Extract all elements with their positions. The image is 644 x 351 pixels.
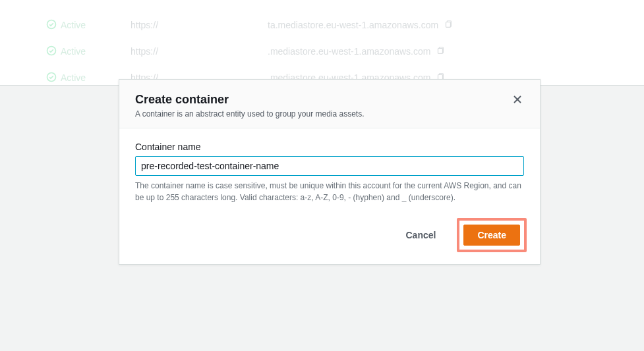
check-circle-icon [46,45,57,58]
endpoint-protocol: https:// [131,20,262,30]
container-name-input[interactable] [135,156,524,176]
endpoint-domain: ta.mediastore.eu-west-1.amazonaws.com [268,20,453,31]
container-name-help: The container name is case sensitive, mu… [135,180,524,203]
status-text: Active [61,72,86,83]
svg-rect-3 [438,48,443,53]
table-row: Active https:// .mediastore.eu-west-1.am… [0,38,644,65]
container-list-backdrop: Active https:// ta.mediastore.eu-west-1.… [0,0,644,86]
close-icon [512,94,523,105]
copy-icon [436,46,445,57]
status-text: Active [61,46,86,57]
create-container-modal: Create container A container is an abstr… [119,79,541,265]
close-button[interactable] [511,93,524,106]
cancel-button[interactable]: Cancel [392,225,449,245]
status-text: Active [61,20,86,30]
modal-title: Create container [135,93,365,107]
modal-footer: Cancel Create [119,210,540,264]
status-badge: Active [46,45,125,58]
check-circle-icon [46,72,57,84]
endpoint-protocol: https:// [131,46,262,57]
modal-header: Create container A container is an abstr… [119,80,540,128]
endpoint-domain: .mediastore.eu-west-1.amazonaws.com [268,46,445,57]
status-badge: Active [46,72,125,84]
create-button[interactable]: Create [463,225,520,246]
svg-rect-1 [446,22,451,27]
check-circle-icon [46,19,57,32]
status-badge: Active [46,19,125,32]
create-button-highlight: Create [457,218,527,252]
container-name-label: Container name [135,142,524,152]
modal-body: Container name The container name is cas… [119,128,540,210]
copy-icon [444,20,453,31]
table-row: Active https:// ta.mediastore.eu-west-1.… [0,12,644,38]
modal-subtitle: A container is an abstract entity used t… [135,109,365,119]
